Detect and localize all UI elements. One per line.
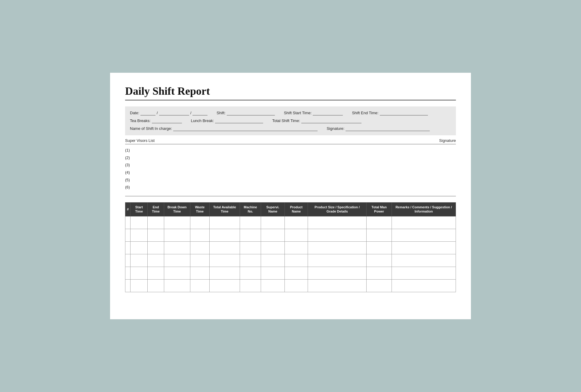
cell-product-name[interactable]	[285, 241, 308, 254]
cell-product-name[interactable]	[285, 279, 308, 292]
cell-total-manpower[interactable]	[367, 241, 392, 254]
lunch-break-value[interactable]	[215, 118, 263, 123]
cell-total-manpower[interactable]	[367, 254, 392, 267]
cell-remarks[interactable]	[392, 216, 456, 229]
cell-supervi-name[interactable]	[261, 216, 285, 229]
cell-product-size[interactable]	[308, 279, 367, 292]
section-divider	[125, 196, 456, 196]
cell-total-manpower[interactable]	[367, 279, 392, 292]
cell-breakdown-time[interactable]	[164, 216, 190, 229]
cell-number[interactable]	[125, 267, 131, 279]
shift-end-value[interactable]	[380, 111, 428, 115]
cell-start-time[interactable]	[131, 279, 148, 292]
form-row-1: Date: / / Shift: Shift Start Time: Shift…	[130, 111, 451, 115]
cell-breakdown-time[interactable]	[164, 254, 190, 267]
cell-start-time[interactable]	[131, 216, 148, 229]
cell-machine-no[interactable]	[240, 216, 261, 229]
cell-product-size[interactable]	[308, 216, 367, 229]
cell-start-time[interactable]	[131, 229, 148, 241]
cell-number[interactable]	[125, 216, 131, 229]
shift-start-field: Shift Start Time:	[284, 111, 343, 115]
cell-total-manpower[interactable]	[367, 229, 392, 241]
cell-product-name[interactable]	[285, 216, 308, 229]
cell-remarks[interactable]	[392, 229, 456, 241]
cell-machine-no[interactable]	[240, 229, 261, 241]
cell-breakdown-time[interactable]	[164, 241, 190, 254]
date-day[interactable]	[140, 111, 155, 115]
cell-product-name[interactable]	[285, 267, 308, 279]
cell-start-time[interactable]	[131, 267, 148, 279]
cell-supervi-name[interactable]	[261, 279, 285, 292]
cell-machine-no[interactable]	[240, 241, 261, 254]
page: Daily Shift Report Date: / / Shift: Shif…	[110, 73, 471, 319]
cell-supervi-name[interactable]	[261, 254, 285, 267]
tea-breaks-value[interactable]	[152, 118, 182, 123]
date-month[interactable]	[159, 111, 189, 115]
cell-product-size[interactable]	[308, 229, 367, 241]
cell-total-available[interactable]	[209, 279, 240, 292]
cell-remarks[interactable]	[392, 241, 456, 254]
cell-breakdown-time[interactable]	[164, 267, 190, 279]
cell-total-manpower[interactable]	[367, 216, 392, 229]
cell-total-available[interactable]	[209, 267, 240, 279]
col-product-name: Product Name	[285, 203, 308, 216]
cell-breakdown-time[interactable]	[164, 229, 190, 241]
cell-waste-time[interactable]	[190, 279, 209, 292]
shift-label: Shift:	[217, 111, 226, 115]
cell-remarks[interactable]	[392, 279, 456, 292]
cell-start-time[interactable]	[131, 241, 148, 254]
shift-value[interactable]	[227, 111, 275, 115]
list-item: (2)	[125, 154, 456, 162]
table-row	[125, 229, 456, 241]
shift-start-value[interactable]	[313, 111, 343, 115]
col-breakdown-time: Break Down Time	[164, 203, 190, 216]
cell-product-name[interactable]	[285, 254, 308, 267]
cell-product-size[interactable]	[308, 254, 367, 267]
cell-machine-no[interactable]	[240, 267, 261, 279]
list-item: (6)	[125, 184, 456, 191]
cell-total-available[interactable]	[209, 254, 240, 267]
total-shift-field: Total Shift Time:	[272, 118, 361, 123]
name-in-charge-label: Name of Shift In charge:	[130, 126, 172, 131]
cell-remarks[interactable]	[392, 254, 456, 267]
cell-number[interactable]	[125, 254, 131, 267]
cell-end-time[interactable]	[148, 267, 164, 279]
cell-supervi-name[interactable]	[261, 229, 285, 241]
name-in-charge-value[interactable]	[173, 126, 318, 131]
cell-end-time[interactable]	[148, 279, 164, 292]
cell-total-available[interactable]	[209, 229, 240, 241]
cell-machine-no[interactable]	[240, 279, 261, 292]
signature-value[interactable]	[346, 126, 430, 131]
cell-waste-time[interactable]	[190, 229, 209, 241]
supervisors-header: Super Visors List Signature	[125, 138, 456, 144]
cell-total-available[interactable]	[209, 241, 240, 254]
cell-end-time[interactable]	[148, 229, 164, 241]
cell-waste-time[interactable]	[190, 216, 209, 229]
cell-waste-time[interactable]	[190, 241, 209, 254]
cell-breakdown-time[interactable]	[164, 279, 190, 292]
total-shift-value[interactable]	[301, 118, 361, 123]
cell-waste-time[interactable]	[190, 267, 209, 279]
cell-number[interactable]	[125, 279, 131, 292]
col-start-time: Start Time	[131, 203, 148, 216]
cell-waste-time[interactable]	[190, 254, 209, 267]
page-title: Daily Shift Report	[125, 85, 456, 97]
cell-end-time[interactable]	[148, 254, 164, 267]
cell-end-time[interactable]	[148, 216, 164, 229]
cell-total-manpower[interactable]	[367, 267, 392, 279]
cell-product-size[interactable]	[308, 241, 367, 254]
form-row-2: Tea Breaks: Lunch Break: Total Shift Tim…	[130, 118, 451, 123]
date-year[interactable]	[192, 111, 208, 115]
cell-start-time[interactable]	[131, 254, 148, 267]
cell-product-size[interactable]	[308, 267, 367, 279]
date-label: Date:	[130, 111, 139, 115]
cell-total-available[interactable]	[209, 216, 240, 229]
cell-supervi-name[interactable]	[261, 267, 285, 279]
cell-number[interactable]	[125, 241, 131, 254]
cell-product-name[interactable]	[285, 229, 308, 241]
cell-end-time[interactable]	[148, 241, 164, 254]
cell-machine-no[interactable]	[240, 254, 261, 267]
cell-remarks[interactable]	[392, 267, 456, 279]
cell-number[interactable]	[125, 229, 131, 241]
cell-supervi-name[interactable]	[261, 241, 285, 254]
